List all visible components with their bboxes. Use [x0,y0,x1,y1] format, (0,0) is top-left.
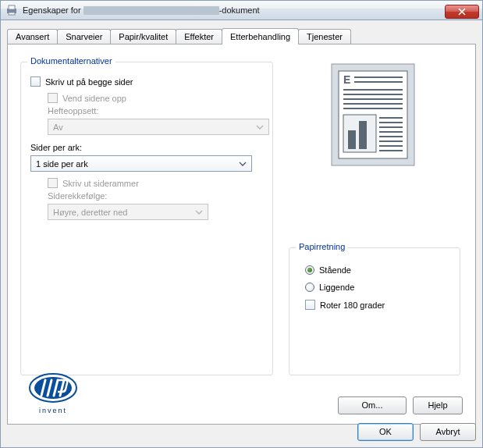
about-button[interactable]: Om... [338,396,407,414]
checkbox-flip-up: Vend sidene opp [48,93,263,103]
checkbox-print-both-sides[interactable]: Skriv ut på begge sider [30,76,263,87]
svg-text:E: E [343,73,350,86]
group-legend: Dokumentalternativer [27,56,115,66]
titlebar: Egenskaper for -dokument [0,0,483,20]
radio-label: Liggende [319,283,354,292]
combo-value: Høyre, deretter ned [53,208,127,217]
checkbox-icon [48,93,58,103]
tab-finishing[interactable]: Etterbehandling [222,28,299,44]
checkbox-rotate-180[interactable]: Roter 180 grader [305,300,450,310]
hp-logo: invent [20,372,86,414]
dialog-client: Avansert Snarveier Papir/kvalitet Effekt… [0,20,483,448]
checkbox-icon [30,76,41,87]
tab-effects[interactable]: Effekter [176,29,222,44]
radio-icon [305,283,314,292]
svg-line-28 [54,380,58,396]
group-document-options: Dokumentalternativer Skriv ut på begge s… [20,62,273,375]
chevron-down-icon [193,206,204,218]
tab-shortcuts[interactable]: Snarveier [57,29,111,44]
svg-line-26 [41,380,45,396]
label-booklet: Hefteoppsett: [48,106,263,116]
group-orientation: Papirretning Stående Liggende Roter 180 … [289,247,460,375]
dialog-buttons: OK Avbryt [357,423,476,441]
checkbox-icon [48,178,58,188]
svg-rect-2 [9,12,15,15]
svg-rect-15 [359,121,367,149]
tab-row: Avansert Snarveier Papir/kvalitet Effekt… [7,27,476,44]
svg-rect-0 [7,9,16,13]
group-legend: Papirretning [296,242,348,251]
tab-advanced[interactable]: Avansert [7,29,58,44]
close-button[interactable] [445,5,479,19]
checkbox-label: Skriv ut på begge sider [45,77,133,87]
chevron-down-icon [254,121,265,133]
cancel-button[interactable]: Avbryt [420,423,476,441]
tab-page-finishing: Dokumentalternativer Skriv ut på begge s… [7,44,476,425]
svg-rect-3 [332,64,414,165]
tab-services[interactable]: Tjenester [298,29,351,44]
tab-paper[interactable]: Papir/kvalitet [110,29,176,44]
checkbox-icon [305,300,315,310]
page-preview-icon: E [331,63,418,169]
combo-pages-per-sheet[interactable]: 1 side per ark [30,155,252,172]
radio-landscape[interactable]: Liggende [305,283,450,292]
chevron-down-icon [236,158,248,169]
radio-portrait[interactable]: Stående [305,265,450,275]
svg-point-25 [34,377,72,399]
svg-point-24 [30,374,76,402]
svg-rect-13 [343,115,376,152]
hp-invent-label: invent [20,407,86,414]
checkbox-page-borders: Skriv ut siderammer [48,178,263,188]
combo-page-order: Høyre, deretter ned [48,204,208,220]
label-pages-per-sheet: Sider per ark: [30,143,263,152]
svg-rect-14 [348,130,356,149]
svg-rect-1 [9,5,15,9]
help-button[interactable]: Hjelp [413,396,463,414]
combo-value: 1 side per ark [36,159,88,169]
checkbox-label: Roter 180 grader [320,300,385,310]
ok-button[interactable]: OK [357,423,414,441]
checkbox-label: Vend sidene opp [62,94,126,103]
label-page-order: Siderekkefølge: [48,191,263,201]
printer-icon [5,4,18,16]
radio-icon [305,265,314,275]
tabpage-buttons: Om... Hjelp [338,396,463,414]
checkbox-label: Skriv ut siderammer [62,179,139,188]
radio-label: Stående [319,265,351,275]
combo-booklet: Av [48,119,269,135]
svg-line-27 [48,380,51,396]
combo-value: Av [53,123,63,132]
window-title: Egenskaper for -dokument [23,5,445,16]
svg-rect-4 [339,71,407,158]
svg-line-29 [60,380,64,396]
